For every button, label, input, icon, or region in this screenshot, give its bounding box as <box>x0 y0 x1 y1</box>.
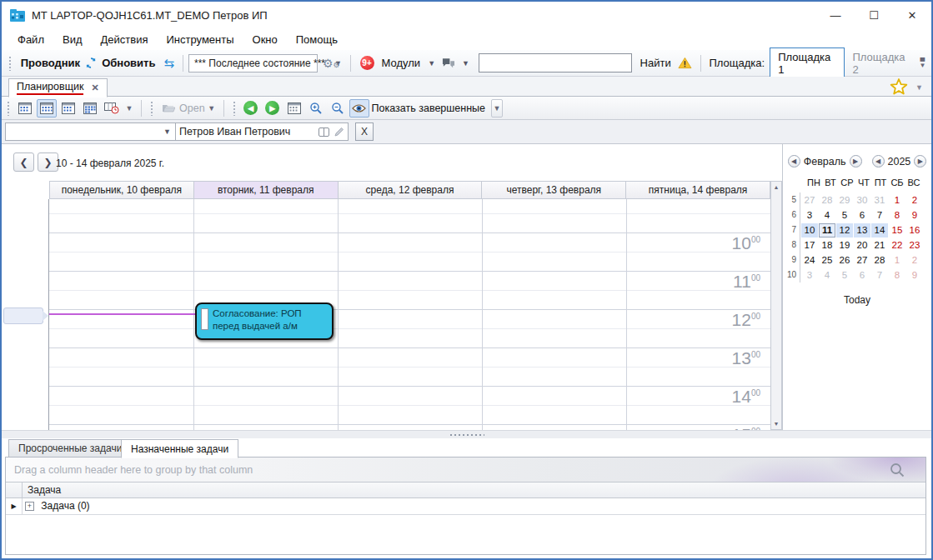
menu-item-2[interactable]: Действия <box>92 30 158 49</box>
day-header-1[interactable]: вторник, 11 февраля <box>193 182 338 198</box>
day-header-4[interactable]: пятница, 14 февраля <box>625 182 770 198</box>
calendar-day[interactable]: 9 <box>906 208 923 222</box>
calendar-day[interactable]: 18 <box>819 238 835 252</box>
expand-icon[interactable]: + <box>25 502 34 511</box>
lookup-book-icon[interactable] <box>319 128 329 137</box>
prev-month-icon[interactable]: ◀ <box>788 155 800 168</box>
show-completed-label[interactable]: Показать завершенные <box>372 102 485 114</box>
group-by-panel[interactable]: Drag a column header here to group by th… <box>6 458 925 482</box>
explorer-button[interactable]: Проводник <box>21 57 80 69</box>
calendar-day[interactable]: 11 <box>819 223 835 238</box>
calendar-day[interactable]: 15 <box>889 223 905 238</box>
tab-overdue-tasks[interactable]: Просроченные задачи <box>8 439 132 458</box>
close-button[interactable]: ✕ <box>893 2 931 28</box>
calendar-day[interactable]: 5 <box>836 268 853 282</box>
calendar-day[interactable]: 4 <box>819 208 835 222</box>
person-field[interactable]: Петров Иван Петрович <box>176 122 349 141</box>
calendar-day[interactable]: 6 <box>854 208 870 222</box>
search-input[interactable] <box>479 53 632 72</box>
day-view-icon[interactable] <box>15 99 35 118</box>
swap-icon[interactable]: ⇆ <box>163 56 174 71</box>
toolbar-grip[interactable] <box>7 101 11 116</box>
calendar-day[interactable]: 20 <box>854 238 870 252</box>
calendar-day[interactable]: 24 <box>801 253 818 268</box>
show-completed-dropdown-icon[interactable]: ▼ <box>491 99 503 118</box>
day-header-3[interactable]: четверг, 13 февраля <box>481 182 625 198</box>
day-header-0[interactable]: понедельник, 10 февраля <box>50 182 193 198</box>
table-row[interactable]: ▶ + Задача (0) <box>6 498 925 515</box>
appointment[interactable]: Согласование: РОП перед выдачей а/м <box>195 302 334 340</box>
find-button[interactable]: Найти <box>640 57 671 69</box>
refresh-icon[interactable] <box>85 57 97 69</box>
messages-icon[interactable] <box>442 58 455 69</box>
refresh-button[interactable]: Обновить <box>102 57 155 69</box>
chevron-down-icon[interactable]: ▼ <box>458 59 474 68</box>
next-month-icon[interactable]: ▶ <box>850 155 862 168</box>
calendar-day[interactable]: 3 <box>801 208 818 222</box>
tab-close-icon[interactable]: ✕ <box>91 82 98 93</box>
calendar-day[interactable]: 19 <box>836 238 853 252</box>
calendar-day[interactable]: 9 <box>906 268 923 282</box>
calendar-day[interactable]: 12 <box>836 223 853 238</box>
calendar-day[interactable]: 30 <box>854 193 870 208</box>
site1-button[interactable]: Площадка 1 <box>770 48 844 79</box>
menu-item-1[interactable]: Вид <box>53 30 92 49</box>
clear-person-button[interactable]: X <box>355 122 374 141</box>
search-icon[interactable] <box>889 462 905 478</box>
settings-gears-icon[interactable]: ⚙⚙ <box>323 57 340 70</box>
calendar-day[interactable]: 16 <box>906 223 923 238</box>
calendar-day[interactable]: 28 <box>871 253 888 268</box>
next-period-icon[interactable]: ▶ <box>263 99 283 118</box>
tab-planner[interactable]: Планировщик ✕ <box>8 78 108 98</box>
calendar-day[interactable]: 3 <box>801 268 818 282</box>
calendar-day[interactable]: 27 <box>801 193 818 208</box>
menu-item-0[interactable]: Файл <box>8 30 53 49</box>
calendar-day[interactable]: 17 <box>801 238 818 252</box>
toolbar-grip[interactable] <box>8 56 13 71</box>
tab-assigned-tasks[interactable]: Назначенные задачи <box>121 439 238 458</box>
calendar-day[interactable]: 26 <box>836 253 853 268</box>
timeline-view-icon[interactable] <box>102 99 122 118</box>
calendar-day[interactable]: 5 <box>836 208 853 222</box>
month-view-icon[interactable] <box>80 99 100 118</box>
favorites-star-icon[interactable] <box>890 78 908 95</box>
scroll-down-icon[interactable]: ▼ <box>774 421 780 427</box>
modules-button[interactable]: Модули <box>382 57 421 69</box>
day-header-2[interactable]: среда, 12 февраля <box>338 182 482 198</box>
work-week-view-icon[interactable] <box>37 99 57 118</box>
scheduler-grid[interactable]: 100011001200130014001500 Согласование: Р… <box>2 199 770 430</box>
calendar-day[interactable]: 29 <box>836 193 853 208</box>
calendar-day[interactable]: 2 <box>906 193 923 208</box>
week-view-icon[interactable] <box>58 99 78 118</box>
calendar-day[interactable]: 1 <box>889 253 905 268</box>
calendar-day[interactable]: 21 <box>871 238 888 252</box>
calendar-day[interactable]: 27 <box>854 253 870 268</box>
menu-item-3[interactable]: Инструменты <box>157 30 243 49</box>
calendar-day[interactable]: 23 <box>906 238 923 252</box>
calendar-day[interactable]: 4 <box>819 268 835 282</box>
edit-pencil-icon[interactable] <box>334 127 344 138</box>
view-dropdown-icon[interactable]: ▼ <box>123 99 135 118</box>
next-year-icon[interactable]: ▶ <box>914 155 926 168</box>
prev-week-button[interactable]: ❮ <box>13 152 34 172</box>
calendar-day[interactable]: 31 <box>871 193 888 208</box>
zoom-out-icon[interactable] <box>328 99 348 118</box>
calendar-day[interactable]: 14 <box>871 223 888 238</box>
prev-period-icon[interactable]: ◀ <box>241 99 261 118</box>
toolbar-grip[interactable] <box>150 101 154 116</box>
calendar-day[interactable]: 28 <box>819 193 835 208</box>
calendar-day[interactable]: 7 <box>871 268 888 282</box>
calendar-day[interactable]: 1 <box>889 193 905 208</box>
column-task[interactable]: Задача <box>23 482 61 498</box>
calendar-day[interactable]: 22 <box>889 238 905 252</box>
zoom-in-icon[interactable] <box>306 99 326 118</box>
goto-date-icon[interactable] <box>284 99 304 118</box>
scheduler-scrollbar[interactable]: ▲ ▼ <box>770 181 782 430</box>
open-dropdown-icon[interactable]: ▼ <box>206 99 218 118</box>
calendar-day[interactable]: 8 <box>889 268 905 282</box>
today-button[interactable]: Today <box>783 294 931 306</box>
menu-item-4[interactable]: Окно <box>243 30 287 49</box>
calendar-day[interactable]: 2 <box>906 253 923 268</box>
calendar-day[interactable]: 6 <box>854 268 870 282</box>
minimize-button[interactable]: — <box>816 2 855 28</box>
